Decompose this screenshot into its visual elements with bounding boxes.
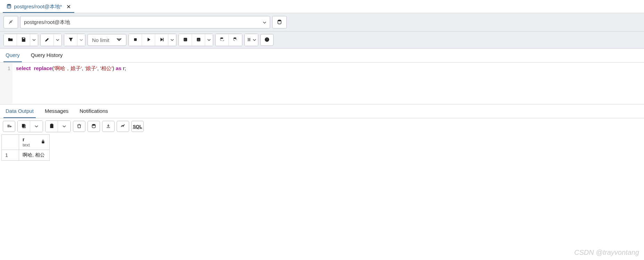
filter-button-group xyxy=(64,34,85,46)
connection-status-button[interactable] xyxy=(3,16,18,28)
result-tabs: Data Output Messages Notifications xyxy=(0,104,644,118)
edit-dropdown[interactable] xyxy=(54,34,61,46)
grid-corner[interactable] xyxy=(2,135,19,150)
explain-dropdown[interactable] xyxy=(205,34,213,46)
limit-select[interactable]: No limit xyxy=(87,34,126,46)
tab-notifications[interactable]: Notifications xyxy=(77,104,110,118)
svg-rect-21 xyxy=(51,124,52,125)
edit-button-group xyxy=(40,34,62,46)
tab-data-output[interactable]: Data Output xyxy=(3,104,36,118)
save-dropdown[interactable] xyxy=(30,34,38,46)
chevron-down-icon xyxy=(263,19,266,25)
add-row-icon xyxy=(6,123,12,130)
filter-dropdown[interactable] xyxy=(77,34,85,46)
close-icon[interactable]: ✕ xyxy=(66,3,71,10)
download-icon xyxy=(106,123,111,130)
column-type: text xyxy=(23,142,30,148)
stop-icon xyxy=(133,37,138,43)
row-number: 1 xyxy=(2,150,19,161)
connection-select[interactable]: postgres/root@本地 xyxy=(20,16,270,28)
pencil-icon xyxy=(44,37,50,43)
copy-button[interactable] xyxy=(18,121,30,132)
macro-button-group: 123 xyxy=(244,34,258,46)
open-button[interactable] xyxy=(4,34,17,46)
clipboard-icon xyxy=(49,123,55,130)
play-icon xyxy=(146,37,151,43)
rollback-button[interactable] xyxy=(229,34,242,46)
help-icon: ? xyxy=(264,37,270,43)
chevron-down-icon xyxy=(80,37,83,43)
svg-text:?: ? xyxy=(266,38,268,41)
macro-button[interactable]: 123 xyxy=(245,34,258,46)
explain-e-button[interactable]: E xyxy=(179,34,192,46)
paste-button-group xyxy=(45,120,71,132)
svg-rect-10 xyxy=(199,39,199,41)
sql-editor[interactable]: 1 select replace('啊哈，娘子', '娘子', '相公') as… xyxy=(0,62,644,104)
paste-button[interactable] xyxy=(45,121,58,132)
explain-icon: E xyxy=(183,37,188,43)
sql-button[interactable]: SQL xyxy=(131,121,144,132)
tab-bar: postgres/root@本地* ✕ xyxy=(0,0,644,13)
svg-rect-3 xyxy=(134,38,136,41)
chevron-down-icon xyxy=(170,37,174,43)
token-keyword: select xyxy=(16,65,31,71)
graph-button[interactable] xyxy=(117,121,129,132)
svg-point-12 xyxy=(234,37,236,39)
svg-point-0 xyxy=(7,4,11,6)
db-undo-icon xyxy=(233,37,238,43)
delete-button[interactable] xyxy=(73,121,85,132)
column-name: r xyxy=(23,137,30,142)
table-row[interactable]: 1 啊哈, 相公 xyxy=(2,150,50,161)
commit-button-group xyxy=(215,34,242,46)
token-function: replace xyxy=(34,65,52,71)
column-header[interactable]: r text xyxy=(19,135,50,150)
tab-messages[interactable]: Messages xyxy=(43,104,70,118)
explain-button[interactable] xyxy=(155,34,168,46)
run-button-group xyxy=(128,34,176,46)
add-row-button[interactable] xyxy=(3,121,15,132)
filter-button[interactable] xyxy=(64,34,77,46)
token-punct: , xyxy=(82,65,85,71)
copy-dropdown[interactable] xyxy=(30,121,43,132)
svg-point-22 xyxy=(92,124,95,125)
help-button[interactable]: ? xyxy=(260,34,274,46)
tab-query[interactable]: Query xyxy=(3,49,22,62)
chevron-down-icon xyxy=(207,37,211,43)
database-button[interactable] xyxy=(272,16,287,28)
run-dropdown[interactable] xyxy=(168,34,176,46)
svg-rect-4 xyxy=(163,38,163,41)
database-icon xyxy=(277,19,282,26)
download-button[interactable] xyxy=(102,121,115,132)
editor-tab[interactable]: postgres/root@本地* ✕ xyxy=(3,1,74,13)
database-icon xyxy=(6,3,12,10)
copy-button-group xyxy=(17,120,43,132)
stop-button[interactable] xyxy=(129,34,142,46)
save-button[interactable] xyxy=(17,34,30,46)
cell-value[interactable]: 啊哈, 相公 xyxy=(19,150,50,161)
run-button[interactable] xyxy=(142,34,155,46)
analyze-button[interactable] xyxy=(192,34,205,46)
token-string: '相公' xyxy=(100,65,112,71)
tab-query-history[interactable]: Query History xyxy=(29,49,65,62)
svg-rect-23 xyxy=(42,141,44,143)
trash-icon xyxy=(76,123,82,130)
edit-button[interactable] xyxy=(41,34,54,46)
save-data-button[interactable] xyxy=(87,121,100,132)
graph-icon xyxy=(120,123,126,130)
svg-rect-8 xyxy=(198,40,198,41)
chevron-down-icon xyxy=(35,124,38,129)
lock-icon xyxy=(40,139,46,145)
line-number: 1 xyxy=(8,65,10,71)
save-icon xyxy=(21,37,26,43)
sql-label: SQL xyxy=(133,124,142,129)
paste-dropdown[interactable] xyxy=(58,121,70,132)
chart-icon xyxy=(196,37,201,43)
token-punct: ) xyxy=(112,65,116,71)
svg-point-1 xyxy=(278,20,281,21)
connection-row: postgres/root@本地 xyxy=(0,13,644,31)
result-grid: r text 1 啊哈, 相公 xyxy=(1,134,50,161)
tab-title: postgres/root@本地* xyxy=(14,3,62,10)
token-keyword: as xyxy=(116,65,122,71)
commit-button[interactable] xyxy=(216,34,229,46)
editor-code[interactable]: select replace('啊哈，娘子', '娘子', '相公') as r… xyxy=(12,62,644,104)
